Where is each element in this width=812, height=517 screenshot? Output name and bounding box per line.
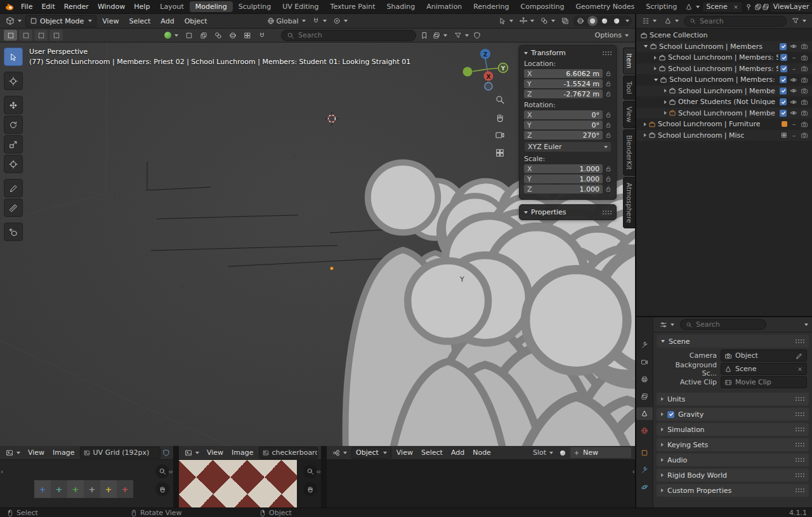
uv-editor-type-dropdown[interactable] xyxy=(3,448,23,457)
lock-open-icon[interactable] xyxy=(605,91,612,97)
viewport-search-input[interactable] xyxy=(297,30,395,40)
proportional-editing-dropdown[interactable] xyxy=(331,16,350,25)
outliner-row-scene-collection[interactable]: Scene Collection xyxy=(636,30,812,41)
expand-icon[interactable] xyxy=(664,111,667,115)
scale-z-field[interactable]: Z1.000 xyxy=(524,185,603,193)
tool-measure[interactable] xyxy=(4,199,23,217)
properties-search-input[interactable] xyxy=(695,320,745,329)
expand-icon[interactable] xyxy=(654,56,657,60)
scale-y-field[interactable]: Y1.000 xyxy=(524,174,603,183)
region-expand-chevron[interactable]: ‹ xyxy=(632,468,634,476)
editor-separator[interactable] xyxy=(321,446,327,507)
menu-window[interactable]: Window xyxy=(93,2,129,11)
camera-icon[interactable] xyxy=(801,76,808,84)
eye-icon[interactable] xyxy=(790,87,797,95)
outliner-row-members-sub2[interactable]: School Lunchroom | Members: S– xyxy=(636,63,812,75)
tab-view[interactable]: View xyxy=(623,101,635,128)
panel-grip-icon[interactable] xyxy=(795,396,804,402)
lock-open-icon[interactable] xyxy=(605,186,612,192)
outliner-search[interactable] xyxy=(684,16,787,27)
option-grid-toggle[interactable] xyxy=(241,31,254,40)
lock-open-icon[interactable] xyxy=(605,132,612,138)
tool-move[interactable] xyxy=(4,96,23,114)
menu-view[interactable]: View xyxy=(25,448,48,457)
select-mode-extend-button[interactable] xyxy=(19,30,32,41)
shading-rendered-button[interactable] xyxy=(612,16,622,26)
outliner-row-membe-a[interactable]: School Lunchroom | Membe xyxy=(636,86,812,97)
menu-add[interactable]: Add xyxy=(156,16,178,26)
workspace-tab-layout[interactable]: Layout xyxy=(154,1,189,12)
option-circles-toggle[interactable] xyxy=(212,31,225,40)
expand-icon[interactable] xyxy=(664,100,667,104)
panel-grip-icon[interactable] xyxy=(795,442,804,447)
exclude-checkbox[interactable] xyxy=(780,110,787,117)
filter-dropdown[interactable] xyxy=(452,31,471,40)
expand-icon[interactable] xyxy=(654,79,658,81)
menu-image[interactable]: Image xyxy=(49,448,77,457)
eye-icon[interactable] xyxy=(790,43,797,50)
panel-grip-icon[interactable] xyxy=(795,427,804,432)
material-preview-sphere-icon[interactable] xyxy=(558,448,568,458)
copy-scene-icon[interactable] xyxy=(754,3,762,11)
exclude-checkbox[interactable] xyxy=(780,65,787,72)
workspace-tab-geometry-nodes[interactable]: Geometry Nodes xyxy=(570,1,640,12)
camera-icon[interactable] xyxy=(801,87,808,95)
xray-toggle[interactable] xyxy=(559,16,572,25)
menu-select[interactable]: Select xyxy=(124,16,155,26)
tab-tool[interactable]: Tool xyxy=(623,75,635,100)
panel-grip-icon[interactable] xyxy=(795,488,804,493)
background-scene-field[interactable]: Scene xyxy=(721,363,807,375)
active-clip-field[interactable]: Movie Clip xyxy=(721,376,807,388)
gizmo-z-neg-axis[interactable] xyxy=(485,82,492,90)
checkerboard-image-selector[interactable]: checkerboard_ xyxy=(259,447,318,459)
tool-scale[interactable] xyxy=(4,135,23,154)
workspace-tab-modeling[interactable]: Modeling xyxy=(190,1,233,12)
camera-icon[interactable] xyxy=(801,131,808,139)
shading-wireframe-button[interactable] xyxy=(575,16,586,26)
tool-rotate[interactable] xyxy=(4,115,23,134)
navigation-gizmo[interactable]: Z Y X xyxy=(462,46,511,94)
snap-dropdown[interactable] xyxy=(310,16,329,25)
region-resize-chevrons[interactable]: ‹› xyxy=(168,468,173,476)
pan-hand-icon[interactable] xyxy=(495,112,505,122)
ortho-grid-icon[interactable] xyxy=(495,148,505,158)
shading-options-caret[interactable] xyxy=(625,20,629,22)
option-square-toggle[interactable] xyxy=(183,31,195,40)
outliner-row-misc[interactable]: School Lunchroom | Misc– xyxy=(636,130,812,141)
panel-grip-icon[interactable] xyxy=(795,457,804,462)
expand-icon[interactable] xyxy=(654,67,657,70)
pan-hand-icon[interactable] xyxy=(303,482,317,496)
lock-open-icon[interactable] xyxy=(605,176,612,182)
pan-hand-icon[interactable] xyxy=(155,482,169,496)
workspace-tab-compositing[interactable]: Compositing xyxy=(515,1,570,12)
location-y-field[interactable]: Y-1.5524 m xyxy=(524,79,603,88)
orientation-dropdown[interactable]: Global xyxy=(265,16,308,26)
lock-open-icon[interactable] xyxy=(605,122,612,128)
tab-world-properties[interactable] xyxy=(636,424,653,437)
tab-view-layer-properties[interactable] xyxy=(636,390,653,403)
select-mode-intersect-button[interactable] xyxy=(49,30,63,41)
view-layer-selector[interactable]: ViewLayer xyxy=(769,1,812,13)
close-icon[interactable] xyxy=(733,4,739,10)
menu-object[interactable]: Object xyxy=(180,16,212,26)
workspace-tab-scripting[interactable]: Scripting xyxy=(640,1,683,12)
zoom-icon[interactable] xyxy=(495,95,505,105)
scene-browse-button[interactable] xyxy=(683,3,702,11)
object-origin-dot[interactable] xyxy=(330,266,333,270)
workspace-tab-sculpting[interactable]: Sculpting xyxy=(233,1,277,12)
exclude-checkbox[interactable] xyxy=(780,54,787,61)
outliner-row-membe-b[interactable]: School Lunchroom | Membe xyxy=(636,108,812,119)
shader-type-dropdown[interactable]: Object xyxy=(351,447,391,459)
eye-icon[interactable] xyxy=(790,76,797,84)
node-editor-canvas[interactable]: ‹ xyxy=(327,460,635,507)
scale-x-field[interactable]: X1.000 xyxy=(524,164,603,173)
menu-image[interactable]: Image xyxy=(228,448,256,457)
new-material-button[interactable]: New xyxy=(570,447,632,459)
properties-options-caret[interactable] xyxy=(804,324,808,326)
blender-logo-icon[interactable] xyxy=(4,2,15,12)
panel-grip-icon[interactable] xyxy=(795,412,804,417)
unlink-x-icon[interactable] xyxy=(797,366,803,372)
properties-editor-type-dropdown[interactable] xyxy=(657,320,677,329)
rotation-z-field[interactable]: Z270° xyxy=(524,131,603,140)
editor-type-dropdown[interactable] xyxy=(3,16,24,26)
